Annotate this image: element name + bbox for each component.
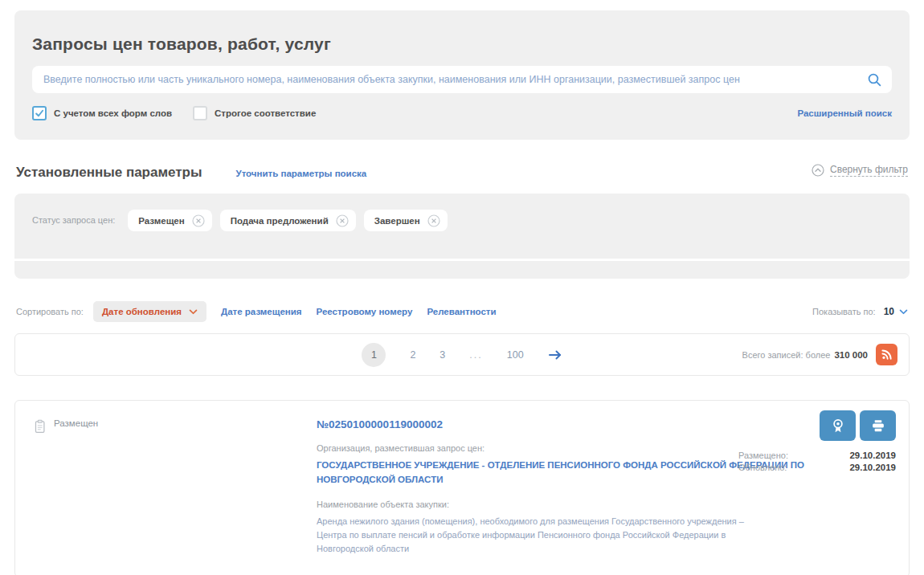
sort-option-registry-number[interactable]: Реестровому номеру — [317, 307, 413, 316]
checkbox-strict-match[interactable]: Строгое соответствие — [193, 106, 316, 120]
filter-footer-strip — [14, 261, 910, 279]
filter-tag-label: Размещен — [138, 216, 184, 226]
checkbox-unchecked-icon — [193, 106, 207, 120]
remove-tag-icon[interactable] — [192, 214, 205, 227]
records-total: Всего записей: более 310 000 — [742, 334, 897, 375]
result-card: Размещен №0250100000119000002 Организаци… — [14, 400, 910, 575]
checkbox-checked-icon — [32, 106, 47, 120]
placed-date-row: Размещено: 29.10.2019 — [738, 451, 896, 460]
result-status: Размещен — [33, 417, 317, 556]
checkbox-all-word-forms[interactable]: С учетом всех форм слов — [32, 106, 172, 120]
pagination-page-last[interactable]: 100 — [507, 349, 524, 361]
updated-label: Обновлено: — [738, 463, 787, 472]
pagination-next-icon[interactable] — [548, 349, 562, 361]
sort-selected-dropdown[interactable]: Дате обновления — [93, 301, 206, 322]
price-requests-page: Запросы цен товаров, работ, услуг С учет… — [0, 0, 924, 575]
search-options-row: С учетом всех форм слов Строгое соответс… — [32, 106, 892, 120]
advanced-search-link[interactable]: Расширенный поиск — [797, 108, 892, 118]
sort-row: Сортировать по: Дате обновления Дате раз… — [14, 301, 910, 322]
page-title: Запросы цен товаров, работ, услуг — [32, 35, 892, 54]
pagination-page-2[interactable]: 2 — [410, 349, 415, 361]
award-icon[interactable] — [820, 410, 856, 441]
sort-by-label: Сортировать по: — [16, 307, 84, 316]
purchase-object-text: Аренда нежилого здания (помещения), необ… — [317, 515, 776, 556]
filter-tag-label: Подача предложений — [231, 216, 329, 226]
print-icon[interactable] — [860, 410, 896, 441]
result-actions — [738, 410, 896, 441]
filter-tag: Завершен — [364, 210, 448, 231]
result-dates: Размещено: 29.10.2019 Обновлено: 29.10.2… — [738, 451, 896, 472]
filter-tag: Подача предложений — [220, 210, 356, 231]
status-filter-label: Статус запроса цен: — [32, 210, 115, 231]
updated-date-row: Обновлено: 29.10.2019 — [738, 463, 896, 472]
updated-date: 29.10.2019 — [849, 463, 896, 472]
chevron-up-circle-icon — [812, 164, 824, 177]
per-page-dropdown[interactable]: 10 — [884, 306, 908, 317]
collapse-filter-link[interactable]: Свернуть фильтр — [812, 164, 908, 177]
pagination-ellipsis: ... — [469, 349, 482, 361]
filter-tag-label: Завершен — [374, 216, 420, 226]
rss-icon[interactable] — [876, 344, 897, 365]
refine-search-link[interactable]: Уточнить параметры поиска — [235, 169, 366, 178]
result-status-label: Размещен — [54, 418, 98, 428]
records-total-label: Всего записей: более — [742, 350, 831, 360]
set-parameters-header: Установленные параметры Уточнить парамет… — [14, 164, 910, 181]
set-parameters-title: Установленные параметры — [16, 165, 202, 181]
search-panel: Запросы цен товаров, работ, услуг С учет… — [14, 10, 910, 140]
sort-option-relevance[interactable]: Релевантности — [427, 307, 496, 316]
document-status-icon — [33, 418, 47, 434]
result-number-link[interactable]: №0250100000119000002 — [317, 418, 443, 430]
pagination-pages: 1 2 3 ... 100 — [362, 343, 562, 367]
placed-date: 29.10.2019 — [849, 451, 896, 460]
search-icon[interactable] — [865, 71, 884, 89]
per-page-value: 10 — [884, 306, 894, 317]
search-input[interactable] — [43, 74, 865, 85]
remove-tag-icon[interactable] — [427, 214, 440, 227]
result-side-info: Размещено: 29.10.2019 Обновлено: 29.10.2… — [738, 410, 896, 472]
sort-option-placement-date[interactable]: Дате размещения — [221, 307, 302, 316]
sort-selected-label: Дате обновления — [102, 307, 182, 316]
remove-tag-icon[interactable] — [336, 214, 349, 227]
pagination-page-3[interactable]: 3 — [440, 349, 445, 361]
chevron-down-icon — [189, 309, 198, 315]
search-box — [32, 66, 892, 93]
purchase-object-label: Наименование объекта закупки: — [317, 500, 891, 509]
pagination-page-1[interactable]: 1 — [362, 343, 386, 367]
chevron-down-icon — [899, 309, 908, 315]
applied-filters-panel: Статус запроса цен: Размещен Подача пред… — [14, 194, 910, 259]
per-page-label: Показывать по: — [812, 307, 876, 316]
placed-label: Размещено: — [738, 451, 788, 460]
filter-tag: Размещен — [128, 210, 211, 231]
collapse-filter-label: Свернуть фильтр — [830, 164, 908, 177]
records-total-value: 310 000 — [834, 350, 868, 360]
pagination-bar: 1 2 3 ... 100 Всего записей: более 310 0… — [14, 333, 910, 376]
checkbox-strict-match-label: Строгое соответствие — [215, 108, 316, 118]
checkbox-all-word-forms-label: С учетом всех форм слов — [54, 108, 172, 118]
